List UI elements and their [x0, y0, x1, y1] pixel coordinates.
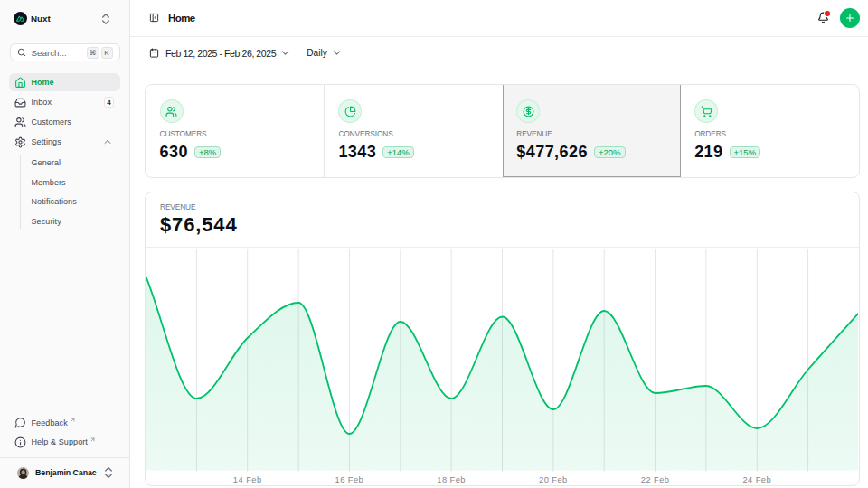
svg-text:24 Feb: 24 Feb: [742, 474, 771, 483]
svg-text:18 Feb: 18 Feb: [437, 474, 466, 483]
svg-text:20 Feb: 20 Feb: [539, 474, 568, 483]
svg-text:22 Feb: 22 Feb: [641, 474, 670, 483]
svg-text:16 Feb: 16 Feb: [335, 474, 364, 483]
svg-text:14 Feb: 14 Feb: [233, 474, 262, 483]
